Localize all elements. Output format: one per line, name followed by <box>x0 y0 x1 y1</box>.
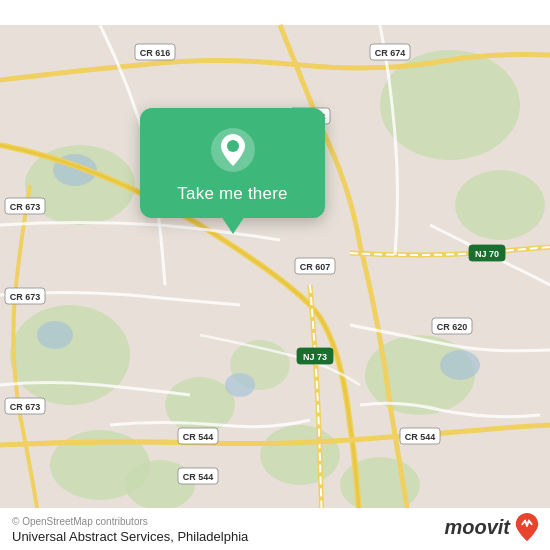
location-name: Universal Abstract Services, Philadelphi… <box>12 529 248 544</box>
svg-point-7 <box>260 425 340 485</box>
moovit-brand-text: moovit <box>444 516 510 539</box>
map-container: CR 616 CR 674 CR 674 CR 673 NJ 70 CR 607… <box>0 0 550 550</box>
map-background: CR 616 CR 674 CR 674 CR 673 NJ 70 CR 607… <box>0 0 550 550</box>
moovit-pin-icon <box>514 512 540 542</box>
svg-text:CR 544: CR 544 <box>183 432 214 442</box>
svg-point-9 <box>125 460 195 510</box>
svg-point-14 <box>225 373 255 397</box>
svg-text:NJ 73: NJ 73 <box>303 352 327 362</box>
location-pin-icon <box>209 126 257 174</box>
svg-point-5 <box>455 170 545 240</box>
location-popup[interactable]: Take me there <box>140 108 325 218</box>
svg-text:CR 544: CR 544 <box>183 472 214 482</box>
svg-text:CR 616: CR 616 <box>140 48 171 58</box>
svg-text:CR 673: CR 673 <box>10 292 41 302</box>
popup-label: Take me there <box>177 184 287 204</box>
svg-text:CR 607: CR 607 <box>300 262 331 272</box>
svg-text:CR 544: CR 544 <box>405 432 436 442</box>
svg-text:CR 620: CR 620 <box>437 322 468 332</box>
bottom-bar: © OpenStreetMap contributors Universal A… <box>0 508 550 550</box>
svg-text:CR 673: CR 673 <box>10 402 41 412</box>
svg-text:NJ 70: NJ 70 <box>475 249 499 259</box>
svg-point-43 <box>227 140 239 152</box>
svg-point-13 <box>37 321 73 349</box>
svg-point-2 <box>10 305 130 405</box>
moovit-logo: moovit <box>444 512 540 542</box>
svg-text:CR 673: CR 673 <box>10 202 41 212</box>
svg-text:CR 674: CR 674 <box>375 48 406 58</box>
svg-point-15 <box>440 350 480 380</box>
